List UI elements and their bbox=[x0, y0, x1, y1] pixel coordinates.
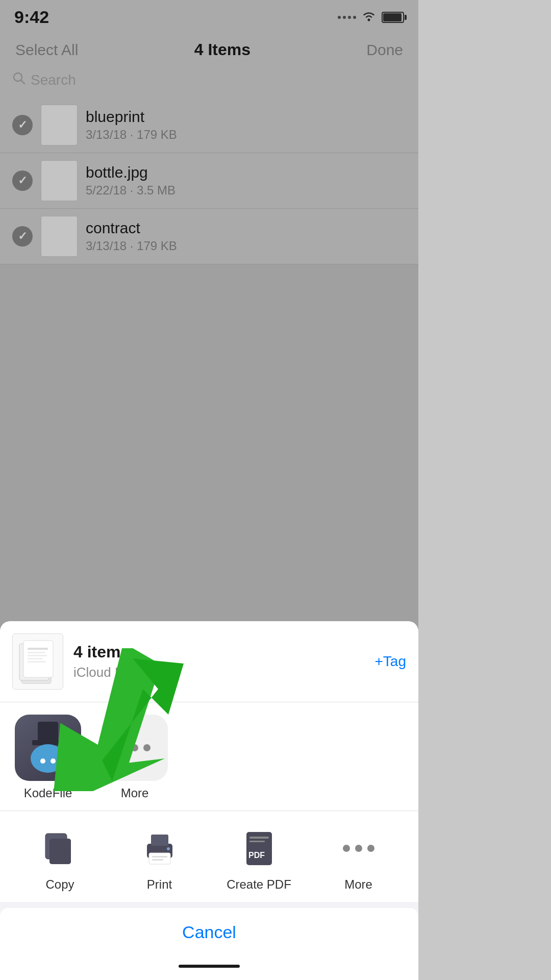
svg-rect-10 bbox=[28, 661, 46, 663]
more-app-label: More bbox=[121, 786, 149, 800]
svg-rect-15 bbox=[151, 835, 168, 846]
print-icon bbox=[137, 825, 183, 871]
svg-rect-9 bbox=[28, 658, 43, 659]
svg-rect-6 bbox=[28, 648, 48, 650]
share-sheet: 4 items iCloud Drive +Tag bbox=[0, 621, 418, 980]
svg-point-19 bbox=[167, 847, 170, 850]
action-item-more[interactable]: More bbox=[309, 825, 408, 892]
svg-rect-13 bbox=[49, 839, 71, 864]
kodefile-app-icon bbox=[15, 715, 81, 781]
cancel-row: Cancel bbox=[0, 908, 418, 957]
eyes-icon bbox=[40, 758, 56, 764]
create-pdf-label: Create PDF bbox=[227, 877, 291, 892]
more-action-icon bbox=[336, 825, 382, 871]
kodefile-app-label: KodeFile bbox=[24, 786, 72, 800]
app-row: KodeFile More bbox=[0, 702, 418, 811]
three-dots-icon bbox=[119, 744, 151, 751]
share-header: 4 items iCloud Drive +Tag bbox=[0, 621, 418, 702]
svg-rect-8 bbox=[28, 655, 47, 656]
share-tag-button[interactable]: +Tag bbox=[375, 653, 407, 670]
svg-rect-18 bbox=[152, 859, 163, 861]
create-pdf-icon: PDF bbox=[236, 825, 282, 871]
svg-rect-17 bbox=[152, 856, 167, 857]
action-item-create-pdf[interactable]: PDF Create PDF bbox=[209, 825, 309, 892]
copy-label: Copy bbox=[45, 877, 74, 892]
cancel-button[interactable]: Cancel bbox=[0, 908, 418, 957]
svg-rect-22 bbox=[249, 841, 265, 842]
print-label: Print bbox=[147, 877, 172, 892]
app-item-kodefile[interactable]: KodeFile bbox=[12, 715, 84, 800]
svg-rect-21 bbox=[249, 837, 269, 839]
hat-icon bbox=[32, 722, 64, 745]
more-action-label: More bbox=[344, 877, 372, 892]
copy-icon bbox=[37, 825, 83, 871]
share-info: 4 items iCloud Drive bbox=[73, 643, 375, 680]
more-app-icon bbox=[102, 715, 168, 781]
app-item-more[interactable]: More bbox=[99, 715, 170, 800]
svg-rect-16 bbox=[149, 853, 170, 864]
share-title: 4 items bbox=[73, 643, 375, 662]
action-row: Copy Print bbox=[0, 811, 418, 902]
home-bar bbox=[179, 965, 240, 968]
share-thumbnail bbox=[12, 633, 63, 690]
home-indicator bbox=[0, 957, 418, 980]
action-item-copy[interactable]: Copy bbox=[10, 825, 110, 892]
svg-rect-7 bbox=[28, 652, 45, 653]
svg-text:PDF: PDF bbox=[248, 851, 265, 860]
share-source: iCloud Drive bbox=[73, 665, 375, 680]
action-item-print[interactable]: Print bbox=[110, 825, 209, 892]
share-sheet-overlay: 4 items iCloud Drive +Tag bbox=[0, 0, 418, 980]
